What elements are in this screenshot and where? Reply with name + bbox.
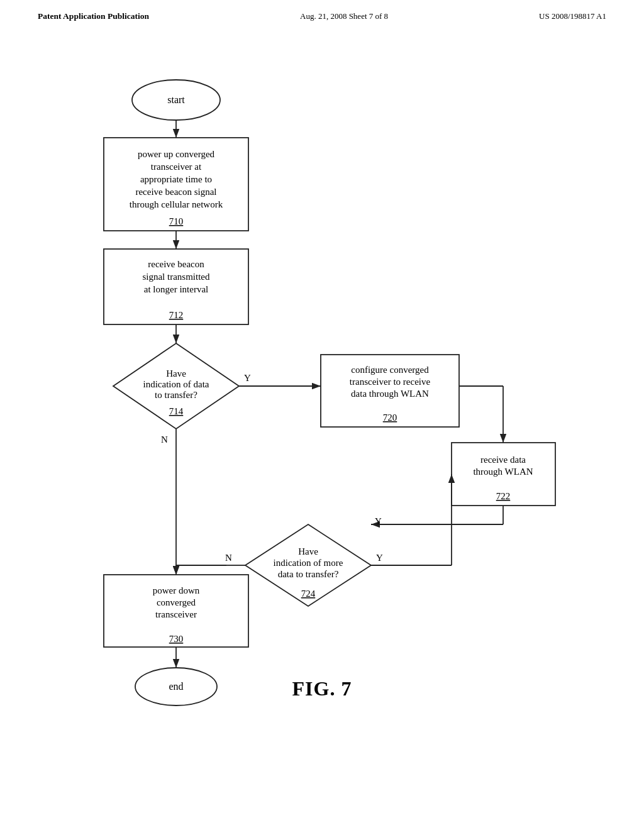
box712-line2: signal transmitted bbox=[142, 272, 210, 282]
label-n1: N bbox=[161, 434, 168, 445]
flowchart-svg: start power up converged transceiver at … bbox=[0, 28, 644, 719]
label-y2-text: Y bbox=[376, 553, 383, 563]
box730-line1: power down bbox=[153, 585, 200, 595]
box720-line3: data through WLAN bbox=[351, 389, 429, 399]
box712-line3: at longer interval bbox=[144, 284, 208, 294]
box722-num: 722 bbox=[496, 491, 511, 501]
page-header: Patent Application Publication Aug. 21, … bbox=[0, 0, 644, 21]
box730-line3: transceiver bbox=[155, 609, 197, 619]
header-right: US 2008/198817 A1 bbox=[539, 11, 606, 21]
box710-line2: transceiver at bbox=[151, 162, 202, 172]
label-n2: N bbox=[225, 553, 232, 563]
diamond724-line3: data to transfer? bbox=[278, 569, 339, 579]
label-y1: Y bbox=[244, 373, 251, 383]
diamond724-line1: Have bbox=[298, 546, 318, 556]
box730-line2: converged bbox=[157, 597, 196, 607]
box710-line3: appropriate time to bbox=[140, 174, 212, 184]
diamond724-line2: indication of more bbox=[274, 558, 343, 568]
diamond724-num: 724 bbox=[301, 589, 316, 599]
box720-line1: configure converged bbox=[351, 365, 429, 375]
figure-label: FIG. 7 bbox=[0, 677, 644, 700]
box712-num: 712 bbox=[169, 310, 184, 320]
box710-line5: through cellular network bbox=[130, 199, 223, 209]
box710-line4: receive beacon signal bbox=[135, 187, 216, 197]
header-center: Aug. 21, 2008 Sheet 7 of 8 bbox=[300, 11, 388, 21]
start-label: start bbox=[167, 94, 185, 105]
box722-line1: receive data bbox=[480, 455, 526, 465]
diagram-area: start power up converged transceiver at … bbox=[0, 28, 644, 719]
label-y2: Y bbox=[375, 516, 382, 526]
box730-num: 730 bbox=[169, 634, 184, 644]
diamond714-line3: to transfer? bbox=[155, 390, 197, 400]
diamond714-line1: Have bbox=[166, 368, 186, 379]
box710-num: 710 bbox=[169, 216, 184, 226]
box720-line2: transceiver to receive bbox=[350, 377, 431, 387]
box710-line1: power up converged bbox=[138, 149, 215, 159]
diamond714-num: 714 bbox=[169, 406, 184, 416]
box722-line2: through WLAN bbox=[473, 467, 533, 477]
header-left: Patent Application Publication bbox=[38, 11, 149, 21]
box712-line1: receive beacon bbox=[148, 259, 204, 269]
box720-num: 720 bbox=[383, 412, 397, 423]
diamond714-line2: indication of data bbox=[143, 379, 209, 389]
